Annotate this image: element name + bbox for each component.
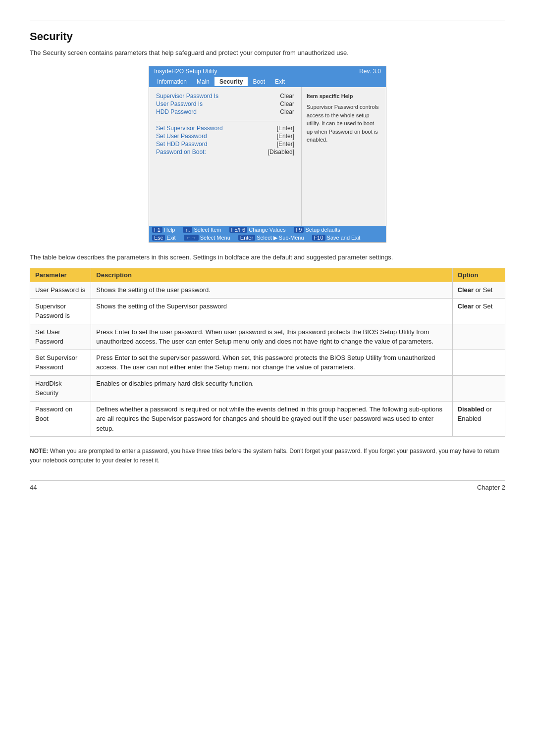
bios-label-user-is: User Password Is [156, 101, 203, 107]
bios-footer-f9: F9 Setup defaults [294, 227, 340, 233]
bios-label-updown: Select Item [194, 227, 221, 233]
bios-row-set-user: Set User Password [Enter] [156, 132, 294, 140]
bios-footer-f1: F1 Help [152, 227, 175, 233]
col-header-parameter: Parameter [30, 268, 91, 282]
desc-password-on-boot: Defines whether a password is required o… [91, 401, 452, 437]
table-row: Supervisor Password is Shows the setting… [30, 298, 505, 324]
bios-nav: Information Main Security Boot Exit [149, 76, 386, 87]
page-number: 44 [30, 484, 37, 491]
opt-user-password-is: Clear or Set [452, 282, 505, 299]
bios-label-set-user: Set User Password [156, 133, 207, 140]
bios-body: Supervisor Password Is Clear User Passwo… [149, 87, 386, 226]
bios-title: InsydeH2O Setup Utility [154, 68, 217, 75]
note-label: NOTE: [30, 448, 48, 454]
bios-rev: Rev. 3.0 [359, 68, 381, 75]
bios-label-set-supervisor: Set Supervisor Password [156, 125, 223, 132]
desc-harddisk-security: Enables or disables primary hard disk se… [91, 375, 452, 401]
bios-key-f10: F10 [312, 235, 325, 241]
bios-footer-updown: ↑↓ Select Item [183, 227, 221, 233]
bios-value-supervisor-is: Clear [280, 93, 294, 100]
bios-nav-main[interactable]: Main [192, 77, 214, 86]
bios-key-f9: F9 [294, 227, 304, 233]
bios-value-set-user: [Enter] [277, 133, 294, 140]
bios-label-password-boot: Password on Boot: [156, 149, 206, 155]
bios-label-supervisor-is: Supervisor Password Is [156, 93, 218, 100]
page-title: Security [30, 30, 505, 43]
desc-set-user-password: Press Enter to set the user password. Wh… [91, 324, 452, 350]
param-set-supervisor-password: Set Supervisor Password [30, 350, 91, 375]
bios-label-f9: Setup defaults [305, 227, 340, 233]
bios-left-panel: Supervisor Password Is Clear User Passwo… [149, 87, 302, 226]
table-description: The table below describes the parameters… [30, 252, 505, 262]
bios-value-user-is: Clear [280, 101, 294, 107]
bios-title-bar: InsydeH2O Setup Utility Rev. 3.0 [149, 66, 386, 76]
desc-set-supervisor-password: Press Enter to set the supervisor passwo… [91, 350, 452, 375]
opt-harddisk-security [452, 375, 505, 401]
bios-value-password-boot: [Disabled] [268, 149, 294, 155]
col-header-option: Option [452, 268, 505, 282]
desc-supervisor-password-is: Shows the setting of the Supervisor pass… [91, 298, 452, 324]
bios-row-supervisor-is: Supervisor Password Is Clear [156, 92, 294, 100]
note-section: NOTE: When you are prompted to enter a p… [30, 447, 505, 465]
param-password-on-boot: Password on Boot [30, 401, 91, 437]
bios-key-enter: Enter [238, 235, 255, 241]
bios-label-enter: Select ▶ Sub-Menu [257, 235, 304, 241]
bios-screenshot: InsydeH2O Setup Utility Rev. 3.0 Informa… [149, 66, 386, 243]
opt-set-user-password [452, 324, 505, 350]
bios-row-set-supervisor: Set Supervisor Password [Enter] [156, 124, 294, 132]
chapter-label: Chapter 2 [477, 484, 505, 491]
intro-text: The Security screen contains parameters … [30, 48, 505, 58]
table-row: Password on Boot Defines whether a passw… [30, 401, 505, 437]
bios-right-panel: Item specific Help Supervisor Password c… [302, 87, 386, 226]
table-row: HardDisk Security Enables or disables pr… [30, 375, 505, 401]
bios-label-f1: Help [164, 227, 175, 233]
bios-section-set: Set Supervisor Password [Enter] Set User… [156, 124, 294, 156]
param-harddisk-security: HardDisk Security [30, 375, 91, 401]
bios-key-f1: F1 [152, 227, 162, 233]
opt-password-on-boot: Disabled or Enabled [452, 401, 505, 437]
bios-nav-security[interactable]: Security [214, 77, 248, 86]
bios-label-hdd: HDD Password [156, 108, 197, 115]
bios-key-leftright: ←→ [184, 235, 199, 241]
bios-key-f5f6: F5/F6 [229, 227, 248, 233]
opt-set-supervisor-password [452, 350, 505, 375]
bios-label-set-hdd: Set HDD Password [156, 141, 207, 148]
bios-row-user-is: User Password Is Clear [156, 100, 294, 108]
bios-help-text: Supervisor Password controls access to t… [307, 103, 381, 144]
bios-label-leftright: Select Menu [200, 235, 230, 241]
bios-value-hdd: Clear [280, 108, 294, 115]
bios-nav-boot[interactable]: Boot [248, 77, 270, 86]
bios-row-hdd: HDD Password Clear [156, 108, 294, 116]
bios-nav-exit[interactable]: Exit [270, 77, 290, 86]
bios-section-passwords: Supervisor Password Is Clear User Passwo… [156, 92, 294, 116]
param-set-user-password: Set User Password [30, 324, 91, 350]
bios-label-f10: Save and Exit [327, 235, 361, 241]
bios-key-esc: Esc [152, 235, 165, 241]
table-row: Set Supervisor Password Press Enter to s… [30, 350, 505, 375]
param-user-password-is: User Password is [30, 282, 91, 299]
bios-row-password-boot: Password on Boot: [Disabled] [156, 148, 294, 156]
bios-row-set-hdd: Set HDD Password [Enter] [156, 140, 294, 148]
col-header-description: Description [91, 268, 452, 282]
bios-footer-row1: F1 Help ↑↓ Select Item F5/F6 Change Valu… [149, 226, 386, 234]
bios-footer-f10: F10 Save and Exit [312, 235, 361, 241]
bios-footer-esc: Esc Exit [152, 235, 176, 241]
params-table: Parameter Description Option User Passwo… [30, 268, 505, 437]
bios-value-set-supervisor: [Enter] [277, 125, 294, 132]
page-footer: 44 Chapter 2 [30, 480, 505, 491]
bios-footer-row2: Esc Exit ←→ Select Menu Enter Select ▶ S… [149, 234, 386, 242]
bios-label-f5f6: Change Values [249, 227, 285, 233]
bios-footer-leftright: ←→ Select Menu [184, 235, 230, 241]
bios-help-title: Item specific Help [307, 92, 381, 101]
bios-key-updown: ↑↓ [183, 227, 192, 233]
bios-value-set-hdd: [Enter] [277, 141, 294, 148]
table-row: User Password is Shows the setting of th… [30, 282, 505, 299]
table-row: Set User Password Press Enter to set the… [30, 324, 505, 350]
desc-user-password-is: Shows the setting of the user password. [91, 282, 452, 299]
bios-label-esc: Exit [166, 235, 175, 241]
note-text: When you are prompted to enter a passwor… [30, 448, 499, 464]
bios-footer-f5f6: F5/F6 Change Values [229, 227, 286, 233]
opt-supervisor-password-is: Clear or Set [452, 298, 505, 324]
bios-nav-information[interactable]: Information [152, 77, 192, 86]
bios-footer-enter: Enter Select ▶ Sub-Menu [238, 235, 304, 241]
